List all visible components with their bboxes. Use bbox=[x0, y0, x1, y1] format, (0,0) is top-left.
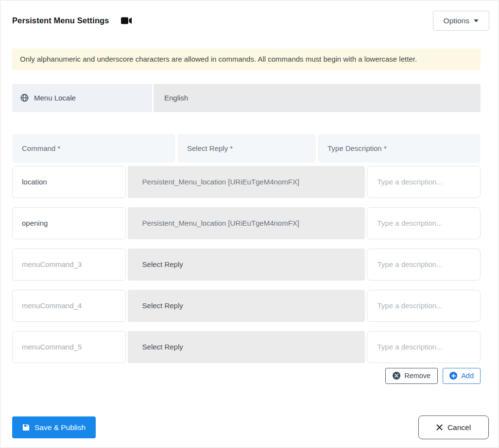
command-row: Select Reply bbox=[12, 331, 481, 363]
commands-table-header: Command * Select Reply * Type Descriptio… bbox=[12, 134, 481, 163]
command-input[interactable] bbox=[12, 166, 126, 198]
command-input[interactable] bbox=[12, 207, 126, 239]
add-button[interactable]: Add bbox=[443, 368, 481, 384]
row-actions: Remove Add bbox=[12, 368, 481, 384]
reply-select[interactable]: Select Reply bbox=[128, 290, 365, 322]
command-row: Persistent_Menu_location [URiEuTgeM4nomF… bbox=[12, 207, 481, 239]
video-camera-icon bbox=[121, 17, 132, 24]
close-icon bbox=[436, 424, 443, 431]
reply-select[interactable]: Select Reply bbox=[128, 331, 365, 363]
globe-icon bbox=[20, 94, 29, 102]
title-wrap: Persistent Menu Settings bbox=[12, 16, 132, 25]
cancel-button[interactable]: Cancel bbox=[418, 415, 489, 439]
save-publish-button[interactable]: Save & Publish bbox=[12, 416, 96, 438]
persistent-menu-settings-panel: Persistent Menu Settings Options Only al… bbox=[0, 0, 499, 448]
chevron-down-icon bbox=[474, 19, 479, 22]
reply-select[interactable]: Select Reply bbox=[128, 249, 365, 281]
menu-locale-value: English bbox=[154, 84, 481, 112]
top-bar: Persistent Menu Settings Options bbox=[0, 0, 499, 38]
description-input[interactable] bbox=[367, 331, 481, 363]
header-type-description: Type Description * bbox=[318, 134, 481, 163]
add-button-label: Add bbox=[461, 372, 474, 380]
menu-locale-label: Menu Locale bbox=[34, 94, 76, 102]
command-input[interactable] bbox=[12, 290, 126, 322]
description-input[interactable] bbox=[367, 290, 481, 322]
description-input[interactable] bbox=[367, 166, 481, 198]
options-button[interactable]: Options bbox=[433, 11, 489, 31]
remove-button-label: Remove bbox=[404, 372, 430, 380]
header-select-reply: Select Reply * bbox=[177, 134, 316, 163]
save-publish-label: Save & Publish bbox=[34, 423, 86, 432]
command-row: Select Reply bbox=[12, 249, 481, 281]
description-input[interactable] bbox=[367, 207, 481, 239]
command-row: Persistent_Menu_location [URiEuTgeM4nomF… bbox=[12, 166, 481, 198]
description-input[interactable] bbox=[367, 249, 481, 281]
header-command: Command * bbox=[12, 134, 175, 163]
add-circle-plus-icon bbox=[449, 372, 457, 380]
footer-bar: Save & Publish Cancel bbox=[12, 415, 489, 439]
options-button-label: Options bbox=[444, 17, 469, 25]
remove-button[interactable]: Remove bbox=[385, 368, 438, 384]
reply-select[interactable]: Persistent_Menu_location [URiEuTgeM4nomF… bbox=[128, 166, 365, 198]
save-icon bbox=[22, 424, 30, 431]
menu-locale-label-cell: Menu Locale bbox=[12, 84, 152, 112]
command-input[interactable] bbox=[12, 249, 126, 281]
menu-locale-row: Menu Locale English bbox=[12, 84, 481, 112]
remove-circle-x-icon bbox=[393, 372, 400, 380]
reply-select[interactable]: Persistent_Menu_location [URiEuTgeM4nomF… bbox=[128, 207, 365, 239]
commands-rows: Persistent_Menu_location [URiEuTgeM4nomF… bbox=[12, 166, 481, 363]
command-input[interactable] bbox=[12, 331, 126, 363]
command-row: Select Reply bbox=[12, 290, 481, 322]
page-title: Persistent Menu Settings bbox=[12, 16, 109, 25]
command-rules-alert: Only alphanumeric and underscore charact… bbox=[12, 49, 481, 70]
cancel-button-label: Cancel bbox=[447, 423, 471, 432]
